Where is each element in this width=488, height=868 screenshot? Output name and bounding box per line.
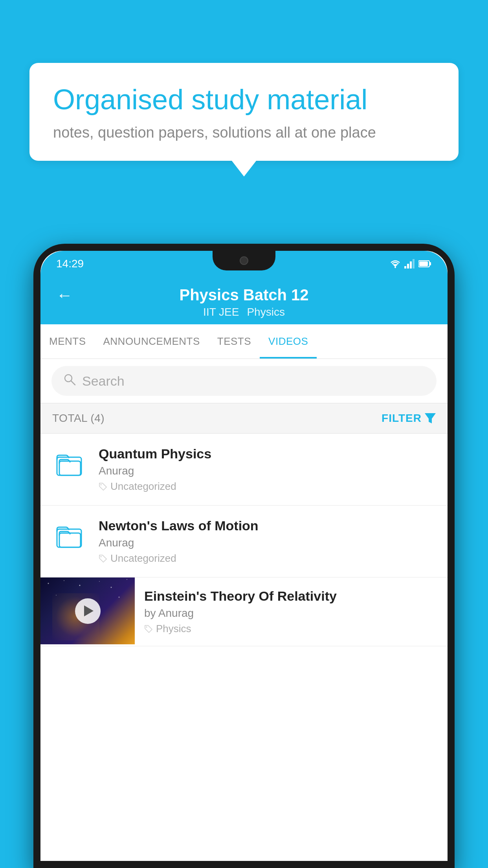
app-header: ← Physics Batch 12 IIT JEE Physics <box>40 276 448 324</box>
play-triangle-icon <box>84 605 94 616</box>
video-tag: Physics <box>144 623 438 635</box>
tag-icon <box>99 554 107 563</box>
item-tag: Uncategorized <box>99 480 436 493</box>
tag-icon <box>99 482 107 491</box>
folder-icon <box>56 522 84 550</box>
search-bar[interactable]: Search <box>51 366 437 396</box>
svg-point-25 <box>119 597 120 598</box>
header-row: ← Physics Batch 12 <box>56 286 432 304</box>
camera-dot <box>240 256 248 265</box>
svg-point-19 <box>64 580 64 581</box>
phone-outer: 14:29 <box>33 244 455 868</box>
svg-point-21 <box>99 581 100 582</box>
battery-icon <box>418 259 432 268</box>
folder-icon <box>56 450 84 478</box>
svg-point-17 <box>101 556 102 557</box>
item-tag: Uncategorized <box>99 552 436 565</box>
search-placeholder: Search <box>82 373 125 389</box>
header-subtitle: IIT JEE Physics <box>203 306 285 318</box>
svg-point-23 <box>127 579 127 580</box>
item-content: Quantum Physics Anurag Uncategorized <box>99 446 436 493</box>
svg-point-22 <box>111 587 112 588</box>
svg-rect-2 <box>404 266 406 268</box>
tab-tests[interactable]: TESTS <box>209 324 260 359</box>
status-bar: 14:29 <box>40 251 448 276</box>
tag-icon <box>144 625 153 633</box>
tab-announcements[interactable]: ANNOUNCEMENTS <box>95 324 209 359</box>
svg-point-14 <box>101 484 102 485</box>
status-time: 14:29 <box>56 257 84 270</box>
status-icons <box>389 259 432 268</box>
tabs-bar: MENTS ANNOUNCEMENTS TESTS VIDEOS <box>40 324 448 359</box>
svg-point-24 <box>56 595 57 596</box>
wifi-icon <box>389 259 401 268</box>
content-list: Quantum Physics Anurag Uncategorized <box>40 434 448 861</box>
item-content: Newton's Laws of Motion Anurag Uncategor… <box>99 518 436 565</box>
back-button[interactable]: ← <box>56 286 73 305</box>
svg-point-18 <box>48 583 49 584</box>
header-iit-jee: IIT JEE <box>203 306 239 318</box>
list-item[interactable]: Newton's Laws of Motion Anurag Uncategor… <box>40 506 448 577</box>
svg-rect-8 <box>419 261 428 266</box>
video-title: Einstein's Theory Of Relativity <box>144 588 438 604</box>
svg-rect-7 <box>429 262 431 265</box>
speech-bubble: Organised study material notes, question… <box>29 63 459 161</box>
video-info: Einstein's Theory Of Relativity by Anura… <box>135 577 448 646</box>
list-item-video[interactable]: Einstein's Theory Of Relativity by Anura… <box>40 577 448 646</box>
list-item[interactable]: Quantum Physics Anurag Uncategorized <box>40 434 448 506</box>
svg-rect-16 <box>59 533 81 547</box>
svg-point-26 <box>146 626 147 627</box>
svg-point-1 <box>394 267 396 268</box>
video-thumbnail <box>40 577 135 644</box>
filter-bar: TOTAL (4) FILTER <box>40 403 448 434</box>
svg-point-20 <box>79 585 81 586</box>
header-title: Physics Batch 12 <box>179 286 308 304</box>
svg-rect-3 <box>407 264 409 268</box>
svg-rect-13 <box>59 461 81 475</box>
svg-rect-5 <box>413 259 415 268</box>
filter-button[interactable]: FILTER <box>382 412 436 425</box>
tab-videos[interactable]: VIDEOS <box>260 324 317 359</box>
folder-icon-wrap <box>52 446 88 482</box>
search-bar-container: Search <box>40 359 448 403</box>
search-icon <box>63 373 76 389</box>
svg-rect-4 <box>410 261 412 268</box>
item-title: Newton's Laws of Motion <box>99 518 436 533</box>
item-author: Anurag <box>99 537 436 549</box>
phone-screen: 14:29 <box>40 251 448 861</box>
phone-container: 14:29 <box>33 244 455 868</box>
tab-ments[interactable]: MENTS <box>40 324 95 359</box>
notch <box>213 251 275 270</box>
bubble-title: Organised study material <box>53 83 435 116</box>
signal-icon <box>404 259 415 268</box>
item-title: Quantum Physics <box>99 446 436 462</box>
play-button[interactable] <box>75 598 101 624</box>
item-author: Anurag <box>99 465 436 477</box>
svg-line-10 <box>71 381 75 385</box>
svg-marker-11 <box>425 413 436 423</box>
filter-icon <box>425 413 436 423</box>
total-count: TOTAL (4) <box>52 412 105 425</box>
bubble-subtitle: notes, question papers, solutions all at… <box>53 124 435 141</box>
header-physics: Physics <box>247 306 284 318</box>
video-author: by Anurag <box>144 607 438 620</box>
folder-icon-wrap <box>52 518 88 554</box>
svg-marker-0 <box>393 264 398 267</box>
